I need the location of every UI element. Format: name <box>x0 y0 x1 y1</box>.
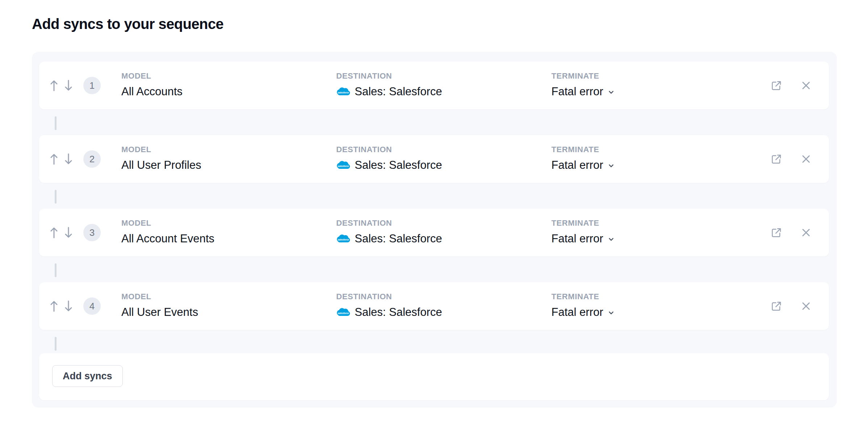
model-name: All Accounts <box>121 85 183 98</box>
sequence-connector <box>55 116 57 130</box>
svg-text:salesforce: salesforce <box>338 91 349 94</box>
terminate-select[interactable]: Fatal error <box>551 85 614 98</box>
sync-row: 2 MODEL All User Profiles DESTINATION sa… <box>39 135 829 183</box>
close-icon <box>801 154 811 164</box>
up-arrow-icon <box>50 300 58 312</box>
page-title: Add syncs to your sequence <box>32 16 224 32</box>
destination-name: Sales: Salesforce <box>355 233 442 245</box>
terminate-column-label: TERMINATE <box>551 72 614 80</box>
terminate-select[interactable]: Fatal error <box>551 233 614 245</box>
salesforce-icon: salesforce <box>336 160 350 170</box>
sequence-connector <box>55 337 57 351</box>
up-arrow-icon <box>50 153 58 165</box>
down-arrow-icon <box>64 226 72 239</box>
svg-text:salesforce: salesforce <box>338 165 349 167</box>
remove-sync-button[interactable] <box>800 300 812 312</box>
open-sync-button[interactable] <box>770 300 783 312</box>
move-up-button[interactable] <box>49 152 59 166</box>
destination-column-label: DESTINATION <box>336 72 442 80</box>
move-down-button[interactable] <box>64 299 73 313</box>
move-down-button[interactable] <box>64 79 73 92</box>
down-arrow-icon <box>64 300 72 312</box>
salesforce-icon: salesforce <box>336 234 350 244</box>
move-up-button[interactable] <box>49 299 59 313</box>
sequence-connector <box>55 190 57 204</box>
open-sync-button[interactable] <box>770 153 783 165</box>
close-icon <box>801 301 811 312</box>
close-icon <box>801 80 811 91</box>
chevron-down-icon <box>608 163 614 169</box>
external-link-icon <box>771 301 782 312</box>
terminate-select[interactable]: Fatal error <box>551 306 614 318</box>
sync-order-badge: 1 <box>83 77 101 94</box>
model-column-label: MODEL <box>121 145 201 154</box>
add-syncs-button[interactable]: Add syncs <box>52 365 123 387</box>
down-arrow-icon <box>64 79 72 92</box>
sync-order-badge: 2 <box>83 150 101 168</box>
syncs-panel: 1 MODEL All Accounts DESTINATION salesfo… <box>32 52 837 408</box>
destination-name: Sales: Salesforce <box>355 85 442 98</box>
sync-order-badge: 3 <box>83 224 101 241</box>
model-name: All User Events <box>121 306 198 318</box>
model-column-label: MODEL <box>121 219 214 228</box>
move-down-button[interactable] <box>64 226 73 239</box>
sync-order-badge: 4 <box>83 297 101 315</box>
salesforce-icon: salesforce <box>336 87 350 97</box>
open-sync-button[interactable] <box>770 79 783 92</box>
move-up-button[interactable] <box>49 226 59 239</box>
move-up-button[interactable] <box>49 79 59 92</box>
destination-column-label: DESTINATION <box>336 219 442 228</box>
salesforce-icon: salesforce <box>336 308 350 317</box>
terminate-column-label: TERMINATE <box>551 219 614 228</box>
sequence-connector <box>55 263 57 277</box>
chevron-down-icon <box>608 236 614 243</box>
svg-text:salesforce: salesforce <box>338 312 349 314</box>
model-column-label: MODEL <box>121 292 198 301</box>
down-arrow-icon <box>64 153 72 165</box>
terminate-value: Fatal error <box>551 306 603 318</box>
model-name: All Account Events <box>121 233 214 245</box>
external-link-icon <box>771 227 782 238</box>
sync-row: 1 MODEL All Accounts DESTINATION salesfo… <box>39 62 829 109</box>
destination-column-label: DESTINATION <box>336 292 442 301</box>
model-name: All User Profiles <box>121 159 201 171</box>
destination-name: Sales: Salesforce <box>355 159 442 171</box>
close-icon <box>801 227 811 238</box>
up-arrow-icon <box>50 79 58 92</box>
svg-text:salesforce: salesforce <box>338 238 349 241</box>
model-column-label: MODEL <box>121 72 183 80</box>
terminate-value: Fatal error <box>551 233 603 245</box>
external-link-icon <box>771 154 782 164</box>
remove-sync-button[interactable] <box>800 153 812 165</box>
terminate-column-label: TERMINATE <box>551 292 614 301</box>
terminate-value: Fatal error <box>551 159 603 171</box>
move-down-button[interactable] <box>64 152 73 166</box>
terminate-column-label: TERMINATE <box>551 145 614 154</box>
terminate-select[interactable]: Fatal error <box>551 159 614 171</box>
sync-row: 3 MODEL All Account Events DESTINATION s… <box>39 209 829 256</box>
destination-name: Sales: Salesforce <box>355 306 442 318</box>
open-sync-button[interactable] <box>770 226 783 239</box>
terminate-value: Fatal error <box>551 85 603 98</box>
external-link-icon <box>771 80 782 91</box>
up-arrow-icon <box>50 226 58 239</box>
sync-row: 4 MODEL All User Events DESTINATION sale… <box>39 282 829 330</box>
chevron-down-icon <box>608 310 614 316</box>
remove-sync-button[interactable] <box>800 226 812 239</box>
remove-sync-button[interactable] <box>800 79 812 92</box>
chevron-down-icon <box>608 89 614 96</box>
add-syncs-card: Add syncs <box>39 353 829 400</box>
destination-column-label: DESTINATION <box>336 145 442 154</box>
